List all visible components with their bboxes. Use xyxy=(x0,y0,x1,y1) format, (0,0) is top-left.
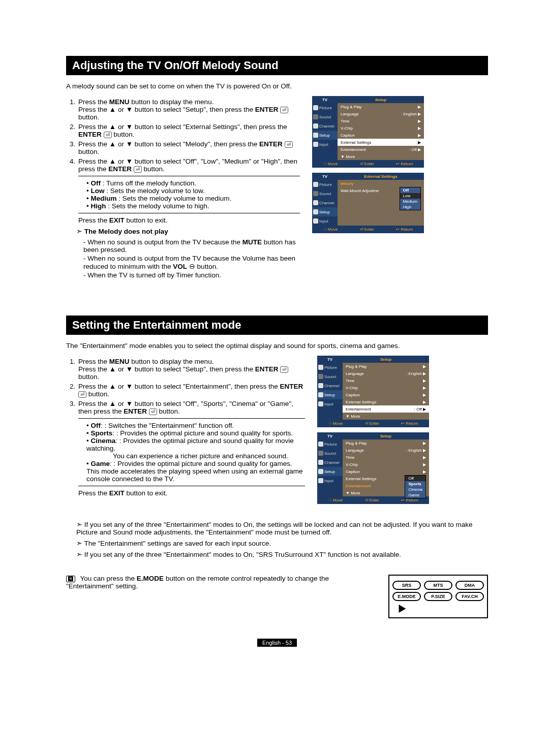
psize-button: P.SIZE xyxy=(424,592,452,601)
enter-icon: ⏎ xyxy=(280,107,288,113)
section1-step3: Press the ▲ or ▼ button to select "Melod… xyxy=(77,140,300,155)
remote-icon: 🅼 xyxy=(66,576,75,582)
divider xyxy=(78,176,300,176)
ent-note3: If you set any of the three "Entertainme… xyxy=(76,550,488,558)
srs-button: SRS xyxy=(392,581,421,590)
osd-main: Melody Wall-Mount Adjustme Off Low Mediu… xyxy=(338,180,424,226)
entertainment-dropdown: Off Sports Cinema Game xyxy=(405,475,426,498)
osd-sidebar: Picture Sound Channel Setup Input xyxy=(312,103,338,160)
osd-bottom-bar: ♢ Move ⏎ Enter ↩ Return xyxy=(312,226,424,233)
enter-icon: ⏎ xyxy=(78,391,86,398)
melody-notes: - When no sound is output from the TV be… xyxy=(83,238,300,279)
divider xyxy=(78,213,300,213)
enter-icon: ⏎ xyxy=(134,166,142,173)
osd-main: Plug & Play▶ Language: English ▶ Time▶ V… xyxy=(343,439,429,496)
osd-sidebar: Picture Sound Channel Setup Input xyxy=(312,180,338,226)
ent-note2: The "Entertainment" settings are saved f… xyxy=(76,539,488,547)
emode-button: E.MODE xyxy=(392,592,421,601)
melody-dropdown: Off Low Medium High xyxy=(400,187,421,210)
section2-step3: Press the ▲ or ▼ button to select "Off",… xyxy=(77,400,305,497)
divider xyxy=(78,418,305,419)
osd-main: Plug & Play▶ Language: English ▶ Time▶ V… xyxy=(343,363,429,420)
section1-step1: Press the MENU button to display the men… xyxy=(77,98,300,121)
melody-note-title: The Melody does not play xyxy=(76,227,300,235)
osd-sidebar: Picture Sound Channel Setup Input xyxy=(317,439,343,496)
section1-sub-list: Off : Turns off the melody function. Low… xyxy=(78,179,300,210)
section1-step4: Press the ▲ or ▼ button to select "Off",… xyxy=(77,158,300,224)
osd-external-settings: TV External Settings Picture Sound Chann… xyxy=(312,173,424,233)
dma-button: DMA xyxy=(455,581,484,590)
remote-cursor-arrow xyxy=(392,603,408,612)
osd-setup: TV Setup Picture Sound Channel Setup Inp… xyxy=(312,96,424,168)
osd-setup-entertainment: TV Setup Picture Sound Channel Setup Inp… xyxy=(317,356,429,427)
osd-bottom-bar: ♢ Move ⏎ Enter ↩ Return xyxy=(312,160,424,168)
section2-step2: Press the ▲ or ▼ button to select "Enter… xyxy=(77,383,305,398)
section2-intro: The "Entertainment" mode enables you to … xyxy=(66,342,488,350)
section1-title: Adjusting the TV On/Off Melody Sound xyxy=(66,56,488,75)
section1-step2: Press the ▲ or ▼ button to select "Exter… xyxy=(77,123,300,138)
enter-icon: ⏎ xyxy=(149,408,157,415)
section1-intro: A melody sound can be set to come on whe… xyxy=(66,82,488,90)
favch-button: FAV.CH xyxy=(455,592,484,601)
page-number: English - 53 xyxy=(257,639,297,647)
osd-sidebar: Picture Sound Channel Setup Input xyxy=(317,363,343,420)
section2-sub-list: Off: : Switches the "Entertainment" func… xyxy=(78,422,305,483)
ent-note1: If you set any of the three "Entertainme… xyxy=(76,520,488,536)
osd-bottom-bar: ♢ Move ⏎ Enter ↩ Return xyxy=(317,420,429,427)
mts-button: MTS xyxy=(424,581,452,590)
remote-illustration: SRS MTS DMA E.MODE P.SIZE FAV.CH xyxy=(388,575,488,618)
osd-entertainment-dropdown: TV Setup Picture Sound Channel Setup Inp… xyxy=(317,432,429,504)
osd-main: Plug & Play▶ Language: English ▶ Time▶ V… xyxy=(338,103,424,160)
divider xyxy=(78,486,305,486)
enter-icon: ⏎ xyxy=(104,132,112,138)
enter-icon: ⏎ xyxy=(285,141,293,148)
remote-note: 🅼 You can press the E.MODE button on the… xyxy=(66,575,374,590)
section2-step1: Press the MENU button to display the men… xyxy=(77,358,305,381)
enter-icon: ⏎ xyxy=(280,366,288,373)
section2-title: Setting the Entertainment mode xyxy=(66,316,488,335)
